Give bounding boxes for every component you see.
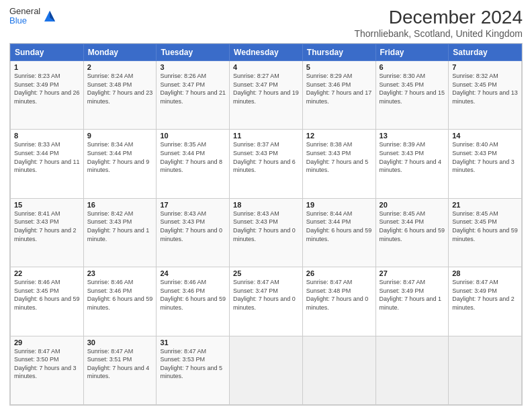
day-detail: Sunrise: 8:46 AMSunset: 3:46 PMDaylight:…: [87, 278, 153, 312]
day-number: 25: [233, 269, 299, 277]
calendar-cell: 5Sunrise: 8:29 AMSunset: 3:46 PMDaylight…: [302, 61, 375, 130]
header: General Blue December 2024 Thornliebank,…: [9, 7, 523, 39]
weekday-header: Wednesday: [230, 44, 303, 61]
weekday-header: Sunday: [11, 44, 84, 61]
day-number: 5: [306, 63, 372, 71]
day-detail: Sunrise: 8:47 AMSunset: 3:49 PMDaylight:…: [380, 278, 445, 312]
day-detail: Sunrise: 8:27 AMSunset: 3:47 PMDaylight:…: [233, 72, 299, 105]
day-detail: Sunrise: 8:47 AMSunset: 3:48 PMDaylight:…: [306, 278, 372, 312]
day-number: 8: [14, 132, 80, 140]
day-detail: Sunrise: 8:47 AMSunset: 3:53 PMDaylight:…: [160, 347, 226, 381]
day-number: 29: [14, 338, 80, 347]
header-row: SundayMondayTuesdayWednesdayThursdayFrid…: [11, 44, 522, 61]
day-detail: Sunrise: 8:41 AMSunset: 3:43 PMDaylight:…: [14, 210, 80, 243]
day-number: 27: [380, 269, 445, 277]
logo-icon: [43, 9, 56, 23]
logo-blue: Blue: [9, 16, 40, 26]
day-detail: Sunrise: 8:46 AMSunset: 3:45 PMDaylight:…: [14, 278, 80, 312]
weekday-header: Monday: [83, 44, 157, 61]
day-number: 23: [87, 269, 153, 277]
day-number: 1: [14, 63, 80, 71]
weekday-header: Tuesday: [157, 44, 230, 61]
day-detail: Sunrise: 8:30 AMSunset: 3:45 PMDaylight:…: [380, 72, 445, 105]
logo-text: General Blue: [9, 7, 40, 26]
day-number: 7: [452, 63, 518, 71]
day-detail: Sunrise: 8:47 AMSunset: 3:47 PMDaylight:…: [233, 278, 299, 312]
calendar-cell: 1Sunrise: 8:23 AMSunset: 3:49 PMDaylight…: [11, 61, 84, 130]
day-detail: Sunrise: 8:47 AMSunset: 3:51 PMDaylight:…: [87, 347, 153, 381]
month-title: December 2024: [354, 7, 523, 28]
day-detail: Sunrise: 8:35 AMSunset: 3:44 PMDaylight:…: [160, 140, 226, 174]
day-detail: Sunrise: 8:32 AMSunset: 3:45 PMDaylight:…: [452, 72, 518, 105]
day-number: 11: [233, 132, 299, 140]
day-detail: Sunrise: 8:33 AMSunset: 3:44 PMDaylight:…: [14, 140, 80, 174]
calendar-week-row: 8Sunrise: 8:33 AMSunset: 3:44 PMDaylight…: [11, 130, 522, 198]
day-number: 9: [87, 132, 153, 140]
calendar-cell: 25Sunrise: 8:47 AMSunset: 3:47 PMDayligh…: [230, 267, 303, 336]
day-number: 15: [14, 201, 80, 209]
calendar-cell: 6Sunrise: 8:30 AMSunset: 3:45 PMDaylight…: [375, 61, 449, 130]
calendar-body: 1Sunrise: 8:23 AMSunset: 3:49 PMDaylight…: [11, 61, 522, 405]
day-detail: Sunrise: 8:45 AMSunset: 3:44 PMDaylight:…: [380, 210, 445, 243]
calendar-cell: 24Sunrise: 8:46 AMSunset: 3:46 PMDayligh…: [157, 267, 230, 336]
day-number: 13: [380, 132, 445, 140]
day-number: 16: [87, 201, 153, 209]
calendar-cell: 21Sunrise: 8:45 AMSunset: 3:45 PMDayligh…: [449, 198, 522, 267]
calendar: SundayMondayTuesdayWednesdayThursdayFrid…: [9, 43, 523, 406]
calendar-cell: 29Sunrise: 8:47 AMSunset: 3:50 PMDayligh…: [11, 336, 84, 404]
calendar-cell: 14Sunrise: 8:40 AMSunset: 3:43 PMDayligh…: [449, 130, 522, 198]
day-number: 19: [306, 201, 372, 209]
calendar-cell: [302, 336, 375, 404]
calendar-cell: 18Sunrise: 8:43 AMSunset: 3:43 PMDayligh…: [230, 198, 303, 267]
day-detail: Sunrise: 8:44 AMSunset: 3:44 PMDaylight:…: [306, 210, 372, 243]
calendar-cell: [375, 336, 449, 404]
calendar-cell: 7Sunrise: 8:32 AMSunset: 3:45 PMDaylight…: [449, 61, 522, 130]
day-number: 4: [233, 63, 299, 71]
day-number: 30: [87, 338, 153, 347]
calendar-cell: [449, 336, 522, 404]
main-container: General Blue December 2024 Thornliebank,…: [0, 0, 532, 411]
calendar-cell: 20Sunrise: 8:45 AMSunset: 3:44 PMDayligh…: [375, 198, 449, 267]
calendar-cell: 13Sunrise: 8:39 AMSunset: 3:43 PMDayligh…: [375, 130, 449, 198]
day-detail: Sunrise: 8:29 AMSunset: 3:46 PMDaylight:…: [306, 72, 372, 105]
day-detail: Sunrise: 8:43 AMSunset: 3:43 PMDaylight:…: [233, 210, 299, 243]
day-detail: Sunrise: 8:40 AMSunset: 3:43 PMDaylight:…: [452, 140, 518, 174]
calendar-cell: [230, 336, 303, 404]
calendar-cell: 23Sunrise: 8:46 AMSunset: 3:46 PMDayligh…: [83, 267, 157, 336]
day-detail: Sunrise: 8:23 AMSunset: 3:49 PMDaylight:…: [14, 72, 80, 105]
calendar-cell: 26Sunrise: 8:47 AMSunset: 3:48 PMDayligh…: [302, 267, 375, 336]
weekday-header: Saturday: [449, 44, 522, 61]
day-number: 28: [452, 269, 518, 277]
day-detail: Sunrise: 8:46 AMSunset: 3:46 PMDaylight:…: [160, 278, 226, 312]
day-detail: Sunrise: 8:42 AMSunset: 3:43 PMDaylight:…: [87, 210, 153, 243]
day-detail: Sunrise: 8:47 AMSunset: 3:49 PMDaylight:…: [452, 278, 518, 312]
calendar-cell: 28Sunrise: 8:47 AMSunset: 3:49 PMDayligh…: [449, 267, 522, 336]
day-number: 3: [160, 63, 226, 71]
calendar-cell: 4Sunrise: 8:27 AMSunset: 3:47 PMDaylight…: [230, 61, 303, 130]
calendar-cell: 27Sunrise: 8:47 AMSunset: 3:49 PMDayligh…: [375, 267, 449, 336]
title-section: December 2024 Thornliebank, Scotland, Un…: [354, 7, 523, 39]
logo-general: General: [9, 7, 40, 16]
day-detail: Sunrise: 8:45 AMSunset: 3:45 PMDaylight:…: [452, 210, 518, 243]
day-number: 17: [160, 201, 226, 209]
day-number: 18: [233, 201, 299, 209]
calendar-table: SundayMondayTuesdayWednesdayThursdayFrid…: [10, 44, 522, 405]
day-detail: Sunrise: 8:39 AMSunset: 3:43 PMDaylight:…: [380, 140, 445, 174]
weekday-header: Thursday: [302, 44, 375, 61]
day-number: 31: [160, 338, 226, 347]
day-number: 10: [160, 132, 226, 140]
calendar-cell: 2Sunrise: 8:24 AMSunset: 3:48 PMDaylight…: [83, 61, 157, 130]
day-detail: Sunrise: 8:43 AMSunset: 3:43 PMDaylight:…: [160, 210, 226, 243]
day-number: 6: [380, 63, 445, 71]
day-number: 12: [306, 132, 372, 140]
day-detail: Sunrise: 8:47 AMSunset: 3:50 PMDaylight:…: [14, 347, 80, 381]
calendar-cell: 15Sunrise: 8:41 AMSunset: 3:43 PMDayligh…: [11, 198, 84, 267]
calendar-header: SundayMondayTuesdayWednesdayThursdayFrid…: [11, 44, 522, 61]
calendar-cell: 12Sunrise: 8:38 AMSunset: 3:43 PMDayligh…: [302, 130, 375, 198]
calendar-cell: 30Sunrise: 8:47 AMSunset: 3:51 PMDayligh…: [83, 336, 157, 404]
calendar-week-row: 22Sunrise: 8:46 AMSunset: 3:45 PMDayligh…: [11, 267, 522, 336]
calendar-cell: 10Sunrise: 8:35 AMSunset: 3:44 PMDayligh…: [157, 130, 230, 198]
day-number: 2: [87, 63, 153, 71]
calendar-week-row: 29Sunrise: 8:47 AMSunset: 3:50 PMDayligh…: [11, 336, 522, 404]
day-number: 21: [452, 201, 518, 209]
